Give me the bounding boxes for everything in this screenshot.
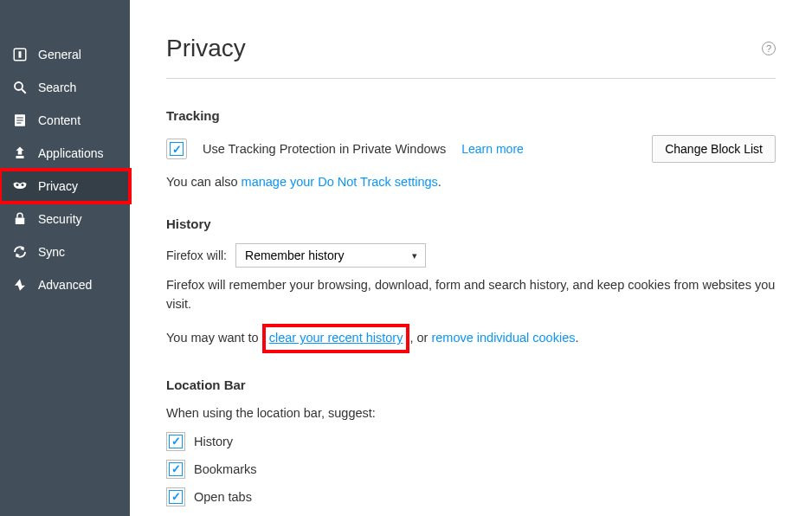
location-bar-option-bookmarks[interactable]: Bookmarks [166, 460, 776, 479]
main-content: Privacy ? Tracking Use Tracking Protecti… [130, 0, 812, 516]
advanced-icon [12, 277, 28, 293]
location-bar-options: History Bookmarks Open tabs [166, 432, 776, 506]
applications-icon [12, 145, 28, 161]
tracking-heading: Tracking [166, 108, 776, 123]
history-mode-label: Firefox will: [166, 248, 227, 262]
sidebar-item-label: General [38, 48, 81, 61]
sidebar-item-content[interactable]: Content [0, 104, 130, 137]
sidebar-item-label: Sync [38, 245, 65, 259]
location-bar-option-history[interactable]: History [166, 432, 776, 451]
sidebar-item-general[interactable]: General [0, 38, 130, 71]
clear-suffix: . [575, 331, 578, 345]
dnt-paragraph: You can also manage your Do Not Track se… [166, 173, 776, 192]
lock-icon [12, 211, 28, 227]
svg-rect-1 [19, 51, 22, 58]
sidebar-item-security[interactable]: Security [0, 203, 130, 235]
sidebar-item-applications[interactable]: Applications [0, 137, 130, 170]
history-mode-row: Firefox will: Remember history [166, 243, 776, 268]
privacy-mask-icon [12, 178, 28, 194]
page-header: Privacy ? [166, 35, 776, 79]
bookmarks-checkbox[interactable] [169, 462, 183, 476]
history-checkbox[interactable] [169, 435, 183, 448]
sidebar-item-privacy[interactable]: Privacy [0, 170, 130, 203]
svg-point-10 [22, 184, 24, 186]
sidebar-item-search[interactable]: Search [0, 71, 130, 104]
sidebar-item-label: Content [38, 113, 81, 127]
sidebar-item-label: Privacy [38, 179, 78, 193]
svg-rect-8 [16, 156, 24, 158]
history-clear-paragraph: You may want to clear your recent histor… [166, 324, 776, 353]
svg-point-9 [16, 184, 19, 186]
dnt-suffix: . [438, 175, 441, 189]
page-title: Privacy [166, 35, 246, 62]
remove-cookies-link[interactable]: remove individual cookies [431, 331, 575, 345]
app-root: General Search Content Applications Priv… [0, 0, 812, 516]
tracking-section: Tracking Use Tracking Protection in Priv… [166, 108, 776, 192]
svg-line-3 [22, 89, 26, 94]
tracking-learn-more-link[interactable]: Learn more [461, 142, 524, 156]
search-icon [12, 80, 28, 95]
tracking-protection-label[interactable]: Use Tracking Protection in Private Windo… [203, 142, 446, 156]
clear-mid: , or [409, 331, 431, 345]
open-tabs-checkbox[interactable] [169, 490, 183, 504]
sidebar-item-advanced[interactable]: Advanced [0, 268, 130, 301]
sidebar-item-label: Advanced [38, 278, 92, 292]
history-mode-select-wrap: Remember history [235, 243, 426, 268]
sidebar: General Search Content Applications Priv… [0, 0, 130, 516]
dnt-prefix: You can also [166, 175, 242, 189]
history-checkbox-label[interactable]: History [194, 435, 233, 448]
sync-icon [12, 244, 28, 260]
clear-prefix: You may want to [166, 331, 262, 345]
location-bar-option-open-tabs[interactable]: Open tabs [166, 487, 776, 506]
history-description: Firefox will remember your browsing, dow… [166, 276, 776, 314]
sidebar-item-label: Applications [38, 146, 104, 160]
svg-point-2 [15, 82, 23, 90]
history-mode-select[interactable]: Remember history [235, 243, 426, 268]
svg-rect-11 [16, 218, 25, 225]
content-icon [12, 113, 28, 128]
location-bar-subheading: When using the location bar, suggest: [166, 404, 776, 423]
open-tabs-checkbox-label[interactable]: Open tabs [194, 490, 252, 504]
sidebar-item-label: Security [38, 212, 82, 226]
history-section: History Firefox will: Remember history F… [166, 216, 776, 353]
clear-history-link[interactable]: clear your recent history [269, 331, 403, 345]
dnt-link[interactable]: manage your Do Not Track settings [242, 175, 438, 189]
general-icon [12, 47, 28, 62]
help-icon[interactable]: ? [762, 42, 776, 55]
tracking-protection-checkbox[interactable] [170, 142, 184, 156]
sidebar-item-label: Search [38, 81, 76, 94]
location-bar-section: Location Bar When using the location bar… [166, 377, 776, 516]
history-heading: History [166, 216, 776, 231]
bookmarks-checkbox-label[interactable]: Bookmarks [194, 462, 257, 476]
clear-history-highlight: clear your recent history [262, 324, 410, 353]
sidebar-item-sync[interactable]: Sync [0, 235, 130, 268]
change-block-list-button[interactable]: Change Block List [652, 135, 776, 163]
location-bar-heading: Location Bar [166, 377, 776, 392]
tracking-protection-checkbox-wrap[interactable] [166, 139, 187, 159]
